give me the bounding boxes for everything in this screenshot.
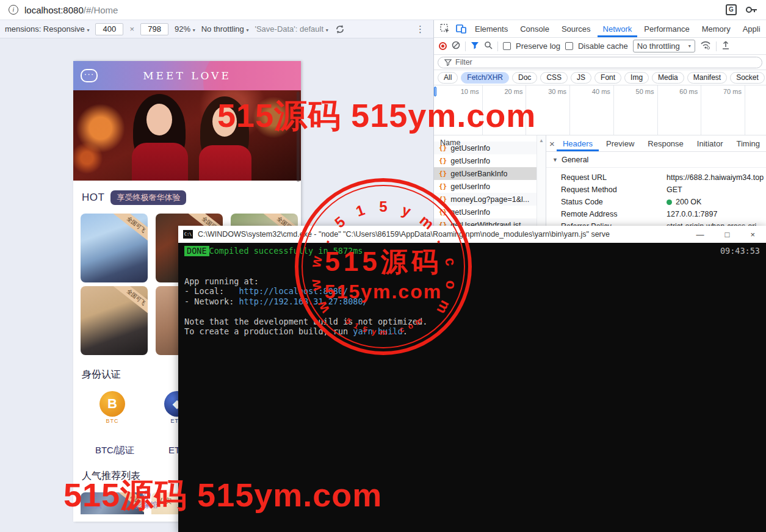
filter-row: Filter (434, 55, 766, 70)
btc-icon[interactable]: BBTC (94, 391, 131, 424)
height-input[interactable]: 798 (140, 23, 168, 35)
header-value: 127.0.0.1:7897 (667, 210, 717, 218)
header-label: Remote Address (561, 210, 667, 218)
tab-performance[interactable]: Performance (638, 20, 695, 37)
close-details-icon[interactable]: × (549, 138, 555, 149)
tab-network[interactable]: Network (598, 20, 638, 37)
devtools-tab-bar: ElementsConsoleSourcesNetworkPerformance… (434, 20, 766, 38)
device-toolbar: mensions: Responsive ▾ 400 × 798 92% ▾ N… (0, 20, 433, 38)
throttling-dropdown[interactable]: No throttling▾ (633, 40, 695, 52)
header-row: Remote Address127.0.0.1:7897 (546, 208, 766, 220)
screen: i localhost:8080/#/Home G mensions: Resp… (0, 0, 766, 532)
search-icon[interactable] (484, 41, 493, 51)
tab-console[interactable]: Console (515, 20, 555, 37)
app-header: ··· MEET LOVE (73, 61, 301, 90)
network-conditions-icon[interactable] (700, 41, 711, 51)
toggle-device-toolbar-icon[interactable] (453, 22, 468, 35)
dimensions-select[interactable]: mensions: Responsive ▾ (5, 24, 89, 34)
throttling-select[interactable]: No throttling ▾ (201, 24, 249, 34)
close-icon[interactable]: × (750, 230, 755, 239)
terminal-line: To create a production build, run yarn b… (184, 326, 760, 337)
hot-label: HOT (82, 192, 104, 204)
record-network-log-icon[interactable] (439, 42, 447, 50)
details-tab-response[interactable]: Response (641, 135, 690, 151)
cmd-icon: C:\ (183, 230, 193, 239)
json-request-icon: {} (439, 157, 447, 165)
terminal-line: - Network: http://192.168.31.27:8080/ (184, 297, 760, 307)
cmd-titlebar[interactable]: C:\ C:\WINDOWS\system32\cmd.exe - "node"… (178, 226, 766, 243)
header-value: GET (667, 185, 682, 194)
url-text[interactable]: localhost:8080/#/Home (24, 5, 118, 15)
terminal-line (184, 256, 760, 267)
header-row: Request URLhttps://688.2.haiwaiym34.top (546, 171, 766, 184)
chip-fetch/xhr[interactable]: Fetch/XHR (461, 72, 509, 84)
terminal-line (184, 306, 760, 317)
preserve-log-checkbox[interactable] (503, 42, 511, 50)
header-label: Request Method (561, 185, 667, 194)
tab-appli[interactable]: Appli (737, 20, 766, 37)
dimensions-times: × (129, 24, 134, 34)
header-label: Status Code (561, 198, 667, 206)
maximize-icon[interactable]: □ (725, 230, 730, 239)
header-row: Status Code200 OK (546, 196, 766, 208)
details-tab-headers[interactable]: Headers (557, 135, 599, 151)
chip-js[interactable]: JS (571, 72, 591, 84)
stamp-arc-char: 5 (377, 198, 390, 215)
details-tab-preview[interactable]: Preview (600, 135, 640, 151)
header-value: 200 OK (667, 198, 701, 206)
chip-socket[interactable]: Socket (730, 72, 765, 84)
model-photo-card[interactable]: 全国可飞 (81, 214, 148, 282)
clear-network-log-icon[interactable] (452, 41, 460, 51)
disable-cache-checkbox[interactable] (565, 42, 573, 50)
compile-timestamp: 09:43:53 (720, 246, 760, 256)
tab-sources[interactable]: Sources (556, 20, 596, 37)
device-toolbar-menu-icon[interactable]: ⋮ (416, 24, 428, 35)
network-filter-input[interactable]: Filter (438, 57, 762, 68)
preserve-log-label[interactable]: Preserve log (516, 41, 560, 51)
header-value: https://688.2.haiwaiym34.top (667, 173, 764, 182)
tab-memory[interactable]: Memory (696, 20, 736, 37)
width-input[interactable]: 400 (95, 23, 123, 35)
import-har-icon[interactable] (721, 41, 730, 52)
request-type-chips: AllFetch/XHRDocCSSJSFontImgMediaManifest… (434, 70, 766, 85)
btc-verify-label[interactable]: BTC/認证 (90, 445, 139, 456)
chip-manifest[interactable]: Manifest (687, 72, 727, 84)
zoom-select[interactable]: 92% ▾ (175, 24, 195, 34)
card-ribbon: 全国可飞 (111, 286, 148, 318)
general-section-header[interactable]: ▼ General (546, 152, 766, 168)
watermark-text-bottom: 515源码 515ym.com (63, 473, 382, 518)
header-row: Request MethodGET (546, 184, 766, 196)
rotate-icon[interactable] (334, 24, 345, 34)
chip-all[interactable]: All (438, 72, 458, 84)
site-info-icon[interactable]: i (9, 5, 18, 15)
terminal-line: - Local: http://localhost:8080/ (184, 286, 760, 297)
chip-doc[interactable]: Doc (512, 72, 537, 84)
stamp-center-text: 515源码 (295, 244, 472, 280)
details-tab-timing[interactable]: Timing (730, 135, 766, 151)
chip-css[interactable]: CSS (540, 72, 568, 84)
save-data-select[interactable]: 'Save-Data': default ▾ (255, 24, 328, 34)
tab-elements[interactable]: Elements (469, 20, 513, 37)
translate-icon[interactable]: G (726, 4, 737, 15)
request-name: getUserInfo (450, 144, 490, 153)
general-rows: Request URLhttps://688.2.haiwaiym34.topR… (546, 168, 766, 232)
status-ok-dot (667, 200, 672, 205)
watermark-text-top: 515源码 515ym.com (217, 94, 536, 138)
json-request-icon: {} (439, 144, 447, 152)
header-label: Request URL (561, 173, 667, 182)
network-toolbar: Preserve log Disable cache No throttling… (434, 38, 766, 55)
stamp-domain-text: 515ym.com (295, 281, 472, 303)
json-request-icon: {} (439, 170, 447, 178)
disable-cache-label[interactable]: Disable cache (578, 41, 628, 51)
key-icon[interactable] (745, 5, 757, 14)
minimize-icon[interactable]: — (696, 230, 704, 239)
request-row[interactable]: {}getUserInfo (434, 154, 537, 167)
chip-font[interactable]: Font (594, 72, 621, 84)
filter-icon[interactable] (471, 41, 479, 51)
inspect-element-icon[interactable] (438, 22, 452, 35)
model-photo-card[interactable]: 全国可飞 (81, 286, 148, 355)
chip-img[interactable]: Img (624, 72, 649, 84)
details-tab-initiator[interactable]: Initiator (691, 135, 729, 151)
chip-media[interactable]: Media (652, 72, 684, 84)
app-title: MEET LOVE (73, 70, 301, 82)
